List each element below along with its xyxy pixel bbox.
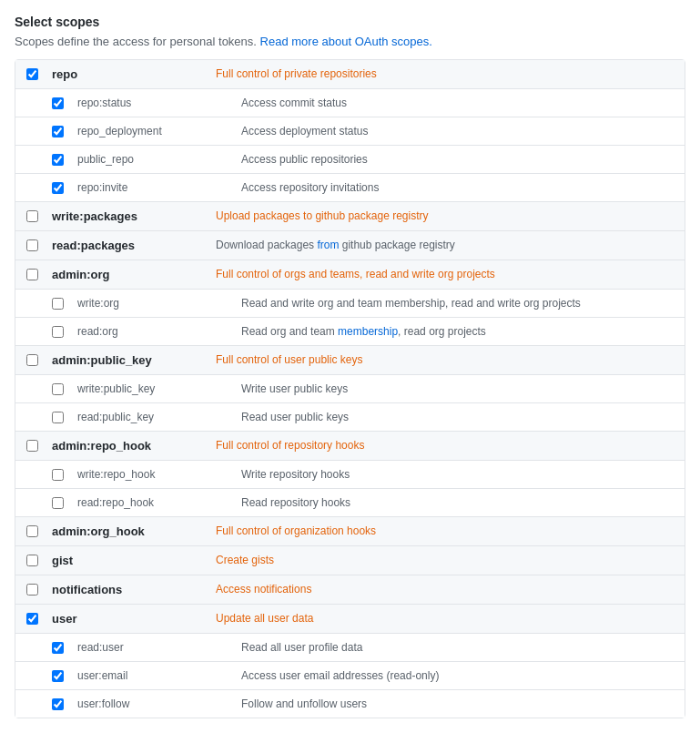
scope-row-admin-org-hook: admin:org_hook Full control of organizat… — [15, 517, 685, 546]
scope-desc-repo-invite: Access repository invitations — [241, 181, 674, 194]
scope-row-read-packages: read:packages Download packages from git… — [15, 231, 685, 260]
scope-desc-read-org: Read org and team membership, read org p… — [241, 325, 674, 338]
scope-name-repo: repo — [52, 67, 216, 81]
scope-name-user-follow: user:follow — [77, 697, 241, 710]
checkbox-read-public-key[interactable] — [52, 412, 64, 423]
checkbox-notifications[interactable] — [26, 584, 38, 596]
scope-name-admin-public-key: admin:public_key — [52, 353, 216, 367]
checkbox-read-org[interactable] — [52, 326, 64, 338]
scope-desc-notifications: Access notifications — [216, 583, 674, 596]
checkbox-gist[interactable] — [26, 555, 38, 566]
checkbox-user[interactable] — [26, 613, 38, 625]
scope-row-repo-invite: repo:invite Access repository invitation… — [15, 174, 685, 202]
scope-desc-write-repo-hook: Write repository hooks — [241, 468, 674, 481]
checkbox-write-packages[interactable] — [26, 210, 38, 222]
checkbox-read-repo-hook[interactable] — [52, 497, 64, 509]
scope-row-read-user: read:user Read all user profile data — [15, 634, 685, 662]
checkbox-write-repo-hook[interactable] — [52, 469, 64, 481]
scope-name-write-org: write:org — [77, 297, 241, 310]
scope-row-write-repo-hook: write:repo_hook Write repository hooks — [15, 461, 685, 489]
page-container: Select scopes Scopes define the access f… — [15, 15, 685, 718]
scope-name-read-org: read:org — [77, 325, 241, 338]
scope-row-user-follow: user:follow Follow and unfollow users — [15, 690, 685, 718]
scope-desc-write-packages: Upload packages to github package regist… — [216, 209, 674, 222]
scope-row-user-email: user:email Access user email addresses (… — [15, 662, 685, 690]
scope-row-gist: gist Create gists — [15, 546, 685, 575]
scope-row-admin-public-key: admin:public_key Full control of user pu… — [15, 346, 685, 375]
scope-name-write-repo-hook: write:repo_hook — [77, 468, 241, 481]
scope-desc-user-follow: Follow and unfollow users — [241, 697, 674, 710]
checkbox-repo-status[interactable] — [52, 97, 64, 109]
scope-desc-write-public-key: Write user public keys — [241, 382, 674, 395]
scope-desc-write-org: Read and write org and team membership, … — [241, 297, 674, 310]
scope-name-notifications: notifications — [52, 583, 216, 596]
scope-name-admin-repo-hook: admin:repo_hook — [52, 439, 216, 453]
checkbox-admin-org[interactable] — [26, 269, 38, 280]
scope-desc-repo: Full control of private repositories — [216, 67, 674, 80]
scope-desc-public-repo: Access public repositories — [241, 153, 674, 166]
scope-name-write-packages: write:packages — [52, 209, 216, 223]
oauth-scopes-link[interactable]: Read more about OAuth scopes. — [260, 35, 432, 48]
scope-desc-read-public-key: Read user public keys — [241, 411, 674, 423]
checkbox-read-user[interactable] — [52, 642, 64, 654]
checkbox-repo-deployment[interactable] — [52, 126, 64, 137]
scope-desc-admin-org-hook: Full control of organization hooks — [216, 524, 674, 537]
checkbox-repo[interactable] — [26, 68, 38, 80]
checkbox-repo-invite[interactable] — [52, 182, 64, 194]
scope-row-write-org: write:org Read and write org and team me… — [15, 290, 685, 318]
checkbox-write-org[interactable] — [52, 298, 64, 310]
checkbox-public-repo[interactable] — [52, 154, 64, 166]
scope-name-read-packages: read:packages — [52, 239, 216, 252]
scope-row-repo-status: repo:status Access commit status — [15, 89, 685, 117]
scope-row-repo-deployment: repo_deployment Access deployment status — [15, 117, 685, 146]
scope-name-admin-org: admin:org — [52, 268, 216, 281]
checkbox-admin-org-hook[interactable] — [26, 525, 38, 537]
scope-row-admin-repo-hook: admin:repo_hook Full control of reposito… — [15, 432, 685, 461]
scope-name-repo-invite: repo:invite — [77, 181, 241, 194]
scope-desc-repo-deployment: Access deployment status — [241, 125, 674, 137]
page-description: Scopes define the access for personal to… — [15, 35, 685, 48]
scope-name-read-public-key: read:public_key — [77, 411, 241, 423]
scope-row-notifications: notifications Access notifications — [15, 575, 685, 605]
scope-name-repo-status: repo:status — [77, 97, 241, 109]
scope-row-read-public-key: read:public_key Read user public keys — [15, 403, 685, 432]
scope-desc-repo-status: Access commit status — [241, 97, 674, 109]
checkbox-admin-public-key[interactable] — [26, 354, 38, 366]
scope-desc-read-packages: Download packages from github package re… — [216, 239, 674, 251]
scope-name-write-public-key: write:public_key — [77, 382, 241, 395]
checkbox-admin-repo-hook[interactable] — [26, 440, 38, 452]
scopes-table: repo Full control of private repositorie… — [15, 59, 685, 718]
scope-row-user: user Update all user data — [15, 605, 685, 634]
scope-row-read-org: read:org Read org and team membership, r… — [15, 318, 685, 346]
scope-name-public-repo: public_repo — [77, 153, 241, 166]
scope-desc-read-user: Read all user profile data — [241, 641, 674, 654]
scope-row-repo: repo Full control of private repositorie… — [15, 60, 685, 89]
scope-desc-gist: Create gists — [216, 554, 674, 566]
checkbox-read-packages[interactable] — [26, 239, 38, 251]
scope-desc-admin-repo-hook: Full control of repository hooks — [216, 439, 674, 452]
checkbox-user-email[interactable] — [52, 670, 64, 682]
scope-name-admin-org-hook: admin:org_hook — [52, 524, 216, 538]
scope-desc-admin-public-key: Full control of user public keys — [216, 353, 674, 366]
checkbox-user-follow[interactable] — [52, 698, 64, 710]
scope-desc-read-repo-hook: Read repository hooks — [241, 496, 674, 509]
page-title: Select scopes — [15, 15, 685, 29]
scope-desc-user: Update all user data — [216, 612, 674, 625]
scope-row-read-repo-hook: read:repo_hook Read repository hooks — [15, 489, 685, 517]
scope-name-read-repo-hook: read:repo_hook — [77, 496, 241, 509]
scope-name-repo-deployment: repo_deployment — [77, 125, 241, 137]
scope-name-user: user — [52, 612, 216, 626]
checkbox-write-public-key[interactable] — [52, 383, 64, 395]
checkbox-cell-repo[interactable] — [26, 68, 45, 80]
scope-row-admin-org: admin:org Full control of orgs and teams… — [15, 260, 685, 290]
scope-desc-user-email: Access user email addresses (read-only) — [241, 669, 674, 682]
scope-name-gist: gist — [52, 554, 216, 567]
scope-name-user-email: user:email — [77, 669, 241, 682]
scope-desc-admin-org: Full control of orgs and teams, read and… — [216, 268, 674, 280]
scope-row-write-public-key: write:public_key Write user public keys — [15, 375, 685, 403]
scope-row-write-packages: write:packages Upload packages to github… — [15, 202, 685, 231]
scope-row-public-repo: public_repo Access public repositories — [15, 146, 685, 174]
scope-name-read-user: read:user — [77, 641, 241, 654]
